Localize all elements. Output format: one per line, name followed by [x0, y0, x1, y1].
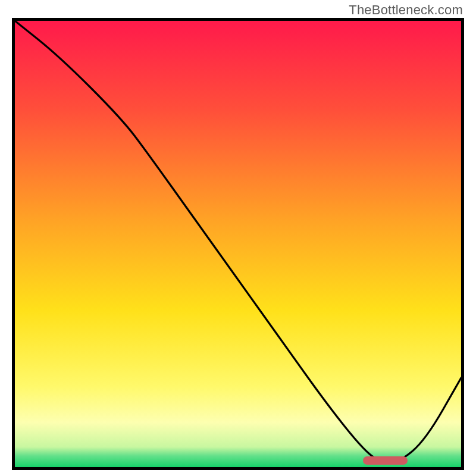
chart-frame — [12, 18, 464, 470]
bottleneck-chart — [15, 21, 461, 467]
gradient-background — [15, 21, 461, 467]
watermark-text: TheBottleneck.com — [349, 2, 463, 18]
optimal-range-marker — [363, 456, 408, 465]
